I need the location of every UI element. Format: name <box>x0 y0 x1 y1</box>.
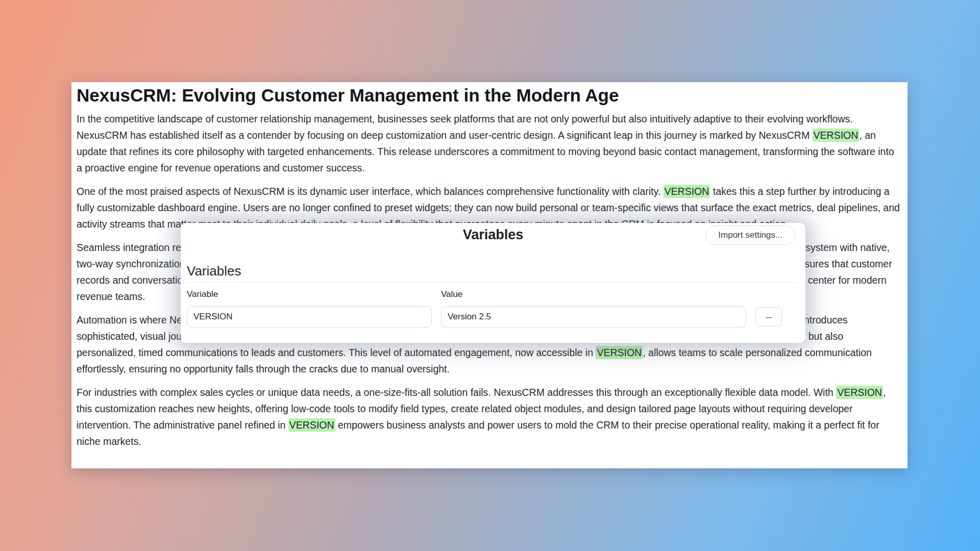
paragraph-text: In the competitive landscape of customer… <box>77 113 853 141</box>
dialog-content: Variables Variable Value – <box>181 263 805 328</box>
version-highlight: VERSION <box>596 346 643 359</box>
variables-section-title: Variables <box>187 263 799 279</box>
version-highlight: VERSION <box>813 129 860 142</box>
document-title: NexusCRM: Evolving Customer Management i… <box>77 86 901 105</box>
version-highlight: VERSION <box>836 386 883 399</box>
version-highlight: VERSION <box>288 418 335 432</box>
value-column-header: Value <box>441 289 746 299</box>
paragraph-text: For industries with complex sales cycles… <box>77 387 836 398</box>
desktop-background: { "colors": { "highlight": "#b7f2ae", "g… <box>0 0 980 551</box>
import-settings-button[interactable]: Import settings... <box>705 226 795 245</box>
paragraph-text: One of the most praised aspects of Nexus… <box>77 186 664 197</box>
remove-variable-button[interactable]: – <box>755 307 782 327</box>
variable-column-header: Variable <box>187 289 432 299</box>
section-divider <box>187 282 799 283</box>
variables-table: Variable Value – <box>187 289 799 328</box>
variables-dialog: Variables Import settings... Variables V… <box>181 223 805 343</box>
paragraph: In the competitive landscape of customer… <box>77 111 901 176</box>
actions-column-header <box>755 289 782 299</box>
dialog-header: Variables Import settings... <box>181 223 805 243</box>
variable-name-input[interactable] <box>187 306 432 328</box>
version-highlight: VERSION <box>664 185 710 198</box>
paragraph: For industries with complex sales cycles… <box>77 384 901 449</box>
variable-value-input[interactable] <box>441 306 746 328</box>
